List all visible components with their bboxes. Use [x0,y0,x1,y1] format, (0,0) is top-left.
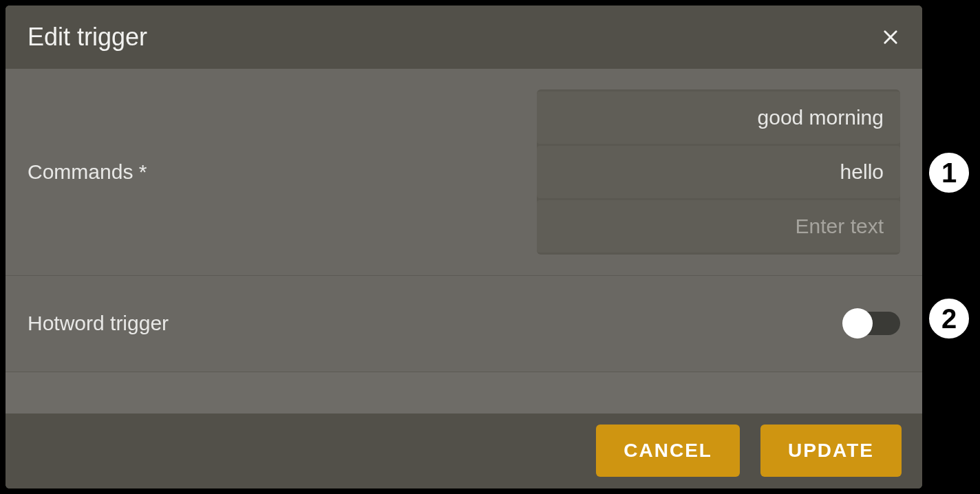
dialog-title: Edit trigger [28,23,147,52]
dialog-header: Edit trigger [6,6,922,69]
update-button[interactable]: UPDATE [760,425,902,477]
cancel-button[interactable]: CANCEL [596,425,740,477]
annotation-1: 1 [925,149,973,197]
command-input-1[interactable] [537,146,900,198]
commands-label: Commands * [28,160,537,184]
hotword-toggle[interactable] [845,312,900,335]
annotation-2: 2 [925,294,973,343]
edit-trigger-dialog: Edit trigger Commands * Hotword trigger [6,6,922,488]
toggle-knob [842,308,873,339]
filler-space [6,372,922,414]
hotword-label: Hotword trigger [28,312,845,335]
command-input-new[interactable] [537,200,900,253]
hotword-row: Hotword trigger [6,276,922,372]
commands-row: Commands * [6,69,922,276]
commands-stack [537,89,900,255]
command-input-0[interactable] [537,92,900,144]
dialog-footer: CANCEL UPDATE [6,414,922,488]
dialog-body: Commands * Hotword trigger [6,69,922,414]
close-icon[interactable] [878,25,903,50]
